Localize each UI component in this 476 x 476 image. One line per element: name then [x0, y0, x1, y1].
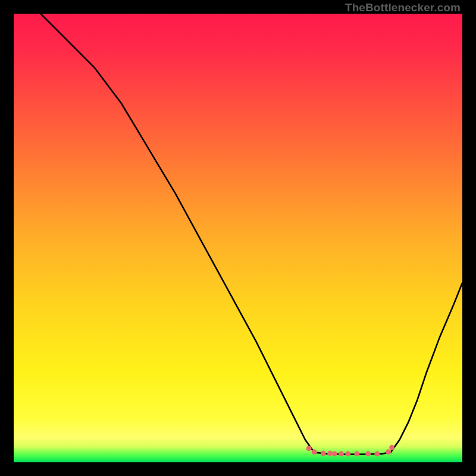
marker-dot	[327, 451, 333, 456]
marker-dot	[389, 445, 394, 450]
marker-dot	[386, 449, 391, 455]
marker-dot	[332, 451, 337, 456]
watermark-label: TheBottlenecker.com	[345, 1, 461, 14]
marker-dot	[345, 451, 350, 456]
marker-dot	[365, 451, 371, 456]
chart-frame	[14, 14, 462, 462]
bottleneck-chart	[14, 14, 462, 462]
gradient-background	[14, 14, 462, 462]
marker-dot	[374, 451, 380, 456]
marker-dot	[339, 451, 344, 456]
marker-dot	[321, 451, 326, 456]
marker-dot	[312, 449, 317, 455]
marker-dot	[354, 451, 359, 456]
marker-dot	[306, 446, 312, 451]
